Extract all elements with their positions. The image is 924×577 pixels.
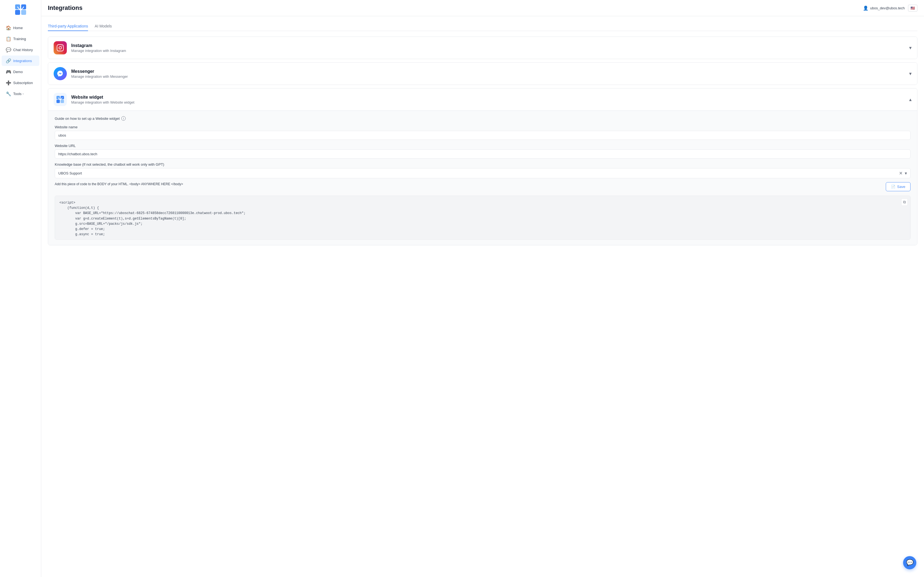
svg-rect-2 bbox=[15, 10, 20, 15]
sidebar: 🏠 Home 📋 Training 💬 Chat History 🔗 Integ… bbox=[0, 0, 41, 577]
home-icon: 🏠 bbox=[6, 25, 11, 30]
website-name-label: Website name bbox=[55, 125, 911, 129]
tab-third-party[interactable]: Third-party Applications bbox=[48, 22, 88, 31]
integration-card-instagram: Instagram Manage integration with Instag… bbox=[48, 37, 918, 59]
select-clear-icon[interactable]: ✕ bbox=[899, 171, 903, 176]
svg-rect-3 bbox=[21, 10, 26, 15]
tab-ai-models[interactable]: AI Models bbox=[95, 22, 111, 31]
language-selector[interactable]: 🇺🇸 bbox=[908, 5, 918, 11]
code-box: <script> (function(d,t) { var BASE_URL="… bbox=[55, 196, 911, 240]
training-icon: 📋 bbox=[6, 36, 11, 41]
subscription-icon: ➕ bbox=[6, 80, 11, 85]
chat-fab-icon: 💬 bbox=[906, 559, 914, 566]
sidebar-item-training[interactable]: 📋 Training bbox=[2, 34, 39, 44]
website-name-input[interactable] bbox=[55, 131, 911, 140]
select-actions: ✕ ▾ bbox=[899, 171, 907, 176]
header-right: 👤 ubos_dev@ubos.tech 🇺🇸 bbox=[863, 5, 918, 11]
demo-icon: 🎮 bbox=[6, 69, 11, 74]
tools-chevron: › bbox=[23, 92, 24, 95]
sidebar-item-demo[interactable]: 🎮 Demo bbox=[2, 66, 39, 77]
svg-rect-10 bbox=[60, 100, 64, 103]
chat-history-icon: 💬 bbox=[6, 47, 11, 52]
logo bbox=[12, 3, 29, 16]
messenger-chevron: ▾ bbox=[909, 71, 912, 77]
integration-card-messenger: Messenger Manage integration with Messen… bbox=[48, 62, 918, 85]
sidebar-item-integrations[interactable]: 🔗 Integrations bbox=[2, 55, 39, 66]
integration-header-messenger[interactable]: Messenger Manage integration with Messen… bbox=[48, 63, 917, 85]
knowledge-base-value: UBOS Support bbox=[58, 171, 899, 175]
code-instruction: Add this piece of code to the BODY of yo… bbox=[55, 182, 886, 191]
user-info: 👤 ubos_dev@ubos.tech bbox=[863, 5, 905, 11]
website-url-input[interactable] bbox=[55, 150, 911, 158]
flag-icon: 🇺🇸 bbox=[911, 6, 915, 10]
sidebar-label-home: Home bbox=[13, 26, 23, 30]
code-box-wrapper: <script> (function(d,t) { var BASE_URL="… bbox=[55, 196, 911, 240]
main-content: Integrations 👤 ubos_dev@ubos.tech 🇺🇸 Thi… bbox=[41, 0, 924, 577]
website-widget-info: Website widget Manage integration with W… bbox=[71, 95, 134, 105]
instagram-description: Manage integration with Instagram bbox=[71, 48, 126, 53]
integration-left-website-widget: Website widget Manage integration with W… bbox=[53, 93, 134, 106]
guide-text: Guide on how to set up a Website widget bbox=[55, 116, 120, 121]
sidebar-item-tools[interactable]: 🔧 Tools › bbox=[2, 89, 39, 99]
messenger-description: Manage integration with Messenger bbox=[71, 74, 128, 79]
save-icon: 📄 bbox=[891, 185, 895, 189]
messenger-info: Messenger Manage integration with Messen… bbox=[71, 69, 128, 79]
sidebar-label-integrations: Integrations bbox=[13, 59, 32, 63]
page-body: Third-party Applications AI Models Insta… bbox=[41, 16, 924, 254]
knowledge-base-select[interactable]: UBOS Support ✕ ▾ bbox=[55, 168, 911, 178]
website-widget-chevron: ▴ bbox=[909, 97, 912, 103]
instagram-info: Instagram Manage integration with Instag… bbox=[71, 43, 126, 53]
sidebar-label-training: Training bbox=[13, 37, 26, 41]
user-icon: 👤 bbox=[863, 5, 869, 11]
integrations-icon: 🔗 bbox=[6, 58, 11, 63]
page-title: Integrations bbox=[48, 5, 82, 11]
messenger-icon bbox=[53, 67, 67, 80]
instagram-icon bbox=[53, 41, 67, 55]
sidebar-item-home[interactable]: 🏠 Home bbox=[2, 23, 39, 33]
website-widget-icon bbox=[53, 93, 67, 106]
tools-icon: 🔧 bbox=[6, 91, 11, 96]
header: Integrations 👤 ubos_dev@ubos.tech 🇺🇸 bbox=[41, 0, 924, 16]
svg-point-5 bbox=[59, 47, 61, 49]
integration-left-instagram: Instagram Manage integration with Instag… bbox=[53, 41, 126, 55]
info-icon[interactable]: i bbox=[121, 116, 126, 121]
code-section: Add this piece of code to the BODY of yo… bbox=[55, 182, 911, 240]
website-widget-name: Website widget bbox=[71, 95, 134, 100]
sidebar-item-chat-history[interactable]: 💬 Chat History bbox=[2, 45, 39, 55]
save-label: Save bbox=[897, 185, 905, 189]
widget-form: Guide on how to set up a Website widget … bbox=[48, 110, 917, 245]
integration-header-instagram[interactable]: Instagram Manage integration with Instag… bbox=[48, 37, 917, 59]
sidebar-navigation: 🏠 Home 📋 Training 💬 Chat History 🔗 Integ… bbox=[0, 22, 41, 100]
integration-header-website-widget[interactable]: Website widget Manage integration with W… bbox=[48, 89, 917, 110]
select-chevron-icon[interactable]: ▾ bbox=[905, 171, 907, 176]
copy-button[interactable]: ⧉ bbox=[901, 198, 908, 206]
integration-card-website-widget: Website widget Manage integration with W… bbox=[48, 88, 918, 245]
knowledge-base-group: Knowledge base (If not selected, the cha… bbox=[55, 163, 911, 178]
sidebar-label-tools: Tools bbox=[13, 92, 21, 96]
instagram-name: Instagram bbox=[71, 43, 126, 48]
svg-point-6 bbox=[61, 46, 62, 47]
guide-row: Guide on how to set up a Website widget … bbox=[55, 116, 911, 121]
sidebar-item-subscription[interactable]: ➕ Subscription bbox=[2, 77, 39, 88]
website-widget-description: Manage integration with Website widget bbox=[71, 100, 134, 105]
chat-fab[interactable]: 💬 bbox=[903, 556, 916, 569]
svg-rect-4 bbox=[57, 45, 63, 51]
save-button[interactable]: 📄 Save bbox=[886, 182, 911, 191]
svg-rect-9 bbox=[57, 100, 60, 103]
messenger-name: Messenger bbox=[71, 69, 128, 74]
website-name-group: Website name bbox=[55, 125, 911, 140]
user-email: ubos_dev@ubos.tech bbox=[870, 6, 905, 10]
sidebar-label-demo: Demo bbox=[13, 70, 23, 74]
website-url-label: Website URL bbox=[55, 144, 911, 148]
integration-left-messenger: Messenger Manage integration with Messen… bbox=[53, 67, 128, 80]
knowledge-base-label: Knowledge base (If not selected, the cha… bbox=[55, 163, 911, 166]
instagram-chevron: ▾ bbox=[909, 45, 912, 51]
tabs: Third-party Applications AI Models bbox=[48, 22, 918, 31]
website-url-group: Website URL bbox=[55, 144, 911, 158]
save-section: Add this piece of code to the BODY of yo… bbox=[55, 182, 911, 193]
sidebar-label-subscription: Subscription bbox=[13, 81, 33, 85]
sidebar-label-chat-history: Chat History bbox=[13, 48, 33, 52]
